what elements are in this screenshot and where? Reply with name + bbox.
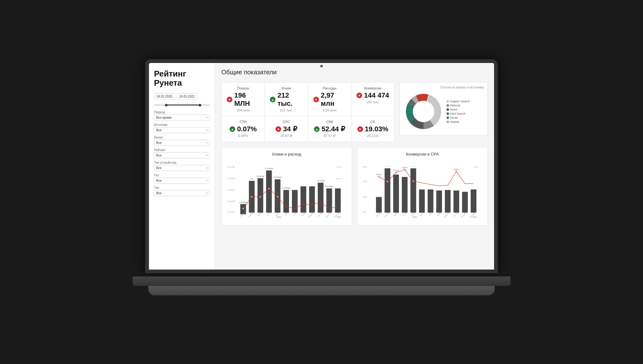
chart-clicks-spend: Клики и расход 0,8 млн₽ 0,6 млн₽ 0,4 млн…	[221, 147, 352, 225]
kpi-cr-value-row: ▼ 19.03%	[356, 125, 389, 133]
kpi-cr-value: 19.03%	[365, 125, 389, 133]
chevron-down-icon: ▾	[206, 167, 208, 169]
kpi-expenses-value-row: ▼ 2,97 млн	[313, 91, 346, 108]
chart-conversions-cpa: Конверсии и CPA 60 ₽ 40 ₽ 20 ₽ 0 ₽ 4 тыс…	[357, 147, 488, 225]
bar2-nov	[462, 192, 468, 213]
filter-rating-label: Рейтинг	[154, 148, 210, 152]
svg-text:0,6 млн₽: 0,6 млн₽	[227, 178, 235, 179]
clicks-arrow-up-icon: ▲	[270, 97, 276, 102]
legend-organic: Organic Search	[447, 100, 470, 103]
legend-paid: Paid Search	[447, 112, 470, 115]
svg-text:July: July	[428, 213, 432, 216]
date-slider[interactable]	[154, 105, 210, 105]
slider-track	[154, 105, 210, 105]
kpi-clicks: Клики ▲ 212 тыс. 115 тыс.	[265, 82, 308, 116]
svg-text:30 тыс.: 30 тыс.	[336, 178, 343, 179]
filter-period: Период Все время ▾	[154, 111, 210, 121]
bar-apr	[266, 170, 272, 213]
chevron-down-icon: ▾	[206, 116, 208, 119]
donut-chart-svg	[403, 91, 444, 132]
filter-channel-select[interactable]: Все ▾	[154, 140, 210, 146]
kpi-conversions-prev: 155 тыс.	[356, 100, 389, 104]
bar-mar	[258, 178, 263, 213]
bar-dec	[335, 188, 341, 213]
top-row: Показы ▼ 196 МЛН 209 млн Клики ▲	[221, 82, 488, 142]
filter-device: Тип устройства Все ▾	[154, 161, 210, 171]
kpi-cpc-label: CPC	[270, 120, 303, 124]
svg-point-7	[413, 101, 434, 122]
date-range: 24.01.2020 24.01.2021	[154, 94, 210, 100]
cpa-arrow-up-icon: ▲	[314, 126, 320, 132]
chevron-down-icon: ▾	[206, 179, 208, 182]
bar2-jul	[428, 190, 433, 213]
screen-content: Рейтинг Рунета 24.01.2020 24.01.2021 Пер…	[149, 63, 494, 270]
kpi-clicks-value: 212 тыс.	[277, 91, 303, 108]
chart1-title: Клики и расход	[227, 152, 347, 156]
svg-text:60 ₽: 60 ₽	[363, 166, 367, 168]
kpi-clicks-value-row: ▲ 212 тыс.	[270, 91, 303, 108]
cpa-dot-feb	[387, 181, 388, 182]
filter-geo-select[interactable]: Все ▾	[154, 178, 210, 184]
kpi-conversions-value-row: ▼ 144 474	[356, 91, 389, 100]
kpi-cr-prev: 25.11%	[356, 134, 389, 138]
filter-period-select[interactable]: Все время ▾	[154, 115, 210, 121]
svg-text:0.46 МЛН₽: 0.46 МЛН₽	[317, 180, 325, 182]
svg-text:June: June	[284, 212, 288, 216]
svg-text:40 тыс.: 40 тыс.	[336, 166, 343, 168]
kpi-cr-label: CR	[356, 120, 389, 124]
filter-type-label: Тип	[154, 186, 210, 190]
chevron-down-icon: ▾	[206, 141, 208, 144]
bar2-oct	[453, 191, 459, 213]
date-start[interactable]: 24.01.2020	[154, 94, 175, 100]
year-2020-label: 2020	[276, 216, 281, 218]
kpi-clicks-prev: 115 тыс.	[270, 108, 303, 112]
laptop-base	[133, 276, 510, 286]
clicks-label-jan: 7 тыс.	[241, 210, 245, 211]
kpi-conversions-label: Конверсии	[356, 86, 389, 90]
kpi-shows-value-row: ▼ 196 МЛН	[227, 91, 259, 108]
chart2-year-2021: 2021	[472, 216, 477, 218]
filter-device-select[interactable]: Все ▾	[154, 165, 210, 171]
slider-thumb-right[interactable]	[199, 104, 201, 106]
kpi-row-1: Показы ▼ 196 МЛН 209 млн Клики ▲	[222, 82, 394, 116]
charts-row: Клики и расход 0,8 млн₽ 0,6 млн₽ 0,4 млн…	[221, 147, 488, 225]
slider-thumb-left[interactable]	[165, 104, 168, 106]
kpi-cpc: CPC ▼ 34 ₽ 30.87 ₽	[265, 116, 308, 142]
clicks-label-feb: 19 тыс.	[249, 194, 254, 196]
kpi-cpa-label: CPA	[313, 120, 346, 124]
laptop-wrapper: Рейтинг Рунета 24.01.2020 24.01.2021 Пер…	[133, 59, 510, 305]
svg-text:0.18 МЛН₽: 0.18 МЛН₽	[239, 202, 248, 203]
cpc-arrow-down-icon: ▼	[276, 126, 281, 132]
sidebar-title: Рейтинг Рунета	[154, 69, 210, 87]
bar-jul	[292, 190, 298, 213]
filter-source: Источник Все ▾	[154, 123, 210, 133]
conv-val-jan: 1.3 тыс.	[376, 195, 382, 196]
laptop-foot	[148, 286, 495, 295]
year-2021-label: 2021	[337, 216, 341, 218]
chevron-down-icon: ▾	[206, 192, 208, 195]
cpa-dot-oct	[456, 171, 457, 172]
cpa-val-jan: 46.07 ₽	[376, 174, 382, 175]
chart2-year-2020: 2020	[412, 216, 417, 218]
cpa-val-mar: 51.23 ₽	[393, 170, 399, 171]
kpi-ctr: CTR ▲ 0.07% 0.06%	[222, 116, 265, 142]
kpi-conversions-value: 144 474	[364, 91, 389, 100]
dot-may	[277, 196, 278, 197]
kpi-shows-prev: 209 млн	[227, 108, 259, 112]
sidebar: Рейтинг Рунета 24.01.2020 24.01.2021 Пер…	[149, 63, 215, 270]
filter-type-select[interactable]: Все ▾	[154, 190, 210, 196]
chevron-down-icon: ▾	[206, 129, 208, 132]
date-end[interactable]: 24.01.2021	[177, 94, 197, 100]
svg-text:May: May	[275, 213, 279, 216]
kpi-ctr-label: CTR	[227, 120, 259, 124]
filter-source-select[interactable]: Все ▾	[154, 127, 210, 133]
filter-rating-select[interactable]: Все ▾	[154, 152, 210, 158]
bar2-apr	[402, 177, 407, 213]
donut-container: Сессии по каналу и источнику	[400, 82, 488, 135]
kpi-shows: Показы ▼ 196 МЛН 209 млн	[222, 82, 265, 116]
clicks-label-apr: 38 тыс.	[266, 186, 272, 187]
chart2-svg: 60 ₽ 40 ₽ 20 ₽ 0 ₽ 4 тыс. 2 тыс. J	[362, 159, 482, 222]
cr-arrow-down-icon: ▼	[357, 126, 363, 132]
svg-text:0.35 МЛН₽: 0.35 МЛН₽	[325, 186, 333, 187]
svg-text:0.72 МЛН₽: 0.72 МЛН₽	[265, 168, 273, 169]
